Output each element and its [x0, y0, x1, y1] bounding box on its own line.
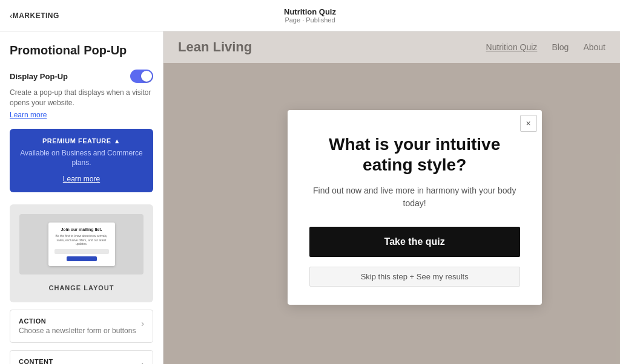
popup-modal: × What is your intuitive eating style? F…: [288, 110, 542, 305]
change-layout-button[interactable]: CHANGE LAYOUT: [19, 282, 143, 291]
page-info: Nutrition Quiz Page · Published: [284, 7, 336, 24]
star-icon: ▲: [114, 137, 120, 145]
mini-popup-title: Join our mailing list.: [54, 227, 109, 232]
premium-learn-more-link[interactable]: Learn more: [63, 175, 100, 183]
mini-popup-text: Be the first to know about new arrivals,…: [54, 234, 109, 246]
toggle-knob: [141, 71, 152, 82]
content-section[interactable]: CONTENT Add a headline and text ›: [10, 350, 153, 364]
display-popup-toggle[interactable]: [130, 70, 153, 83]
mini-popup-button-preview: [67, 256, 97, 261]
back-label[interactable]: MARKETING: [13, 11, 59, 20]
content-chevron-icon: ›: [141, 359, 144, 364]
action-section-desc: Choose a newsletter form or buttons: [19, 327, 136, 335]
mini-popup-input-preview: [54, 249, 109, 254]
action-section-content: ACTION Choose a newsletter form or butto…: [19, 317, 136, 335]
layout-preview-container: Join our mailing list. Be the first to k…: [10, 204, 153, 302]
content-section-content: CONTENT Add a headline and text: [19, 358, 95, 364]
layout-preview-inner: Join our mailing list. Be the first to k…: [19, 214, 143, 275]
premium-banner-title: PREMIUM FEATURE ▲: [19, 137, 143, 145]
mini-popup-preview: Join our mailing list. Be the first to k…: [48, 223, 115, 266]
premium-banner-desc: Available on Business and Commerce plans…: [19, 148, 143, 169]
main-layout: Promotional Pop-Up Display Pop-Up Create…: [0, 31, 620, 364]
popup-close-button[interactable]: ×: [520, 115, 537, 132]
action-section-title: ACTION: [19, 317, 136, 325]
sidebar-title: Promotional Pop-Up: [10, 44, 153, 57]
popup-heading: What is your intuitive eating style?: [309, 134, 520, 175]
page-subtitle: Page · Published: [284, 16, 336, 24]
display-popup-description: Create a pop-up that displays when a vis…: [10, 88, 153, 108]
page-title: Nutrition Quiz: [284, 7, 336, 16]
sidebar: Promotional Pop-Up Display Pop-Up Create…: [0, 31, 163, 364]
popup-subtext: Find out now and live more in harmony wi…: [309, 184, 520, 210]
popup-cta-button[interactable]: Take the quiz: [309, 227, 520, 257]
action-section[interactable]: ACTION Choose a newsletter form or butto…: [10, 310, 153, 343]
display-popup-label: Display Pop-Up: [10, 72, 68, 81]
premium-banner: PREMIUM FEATURE ▲ Available on Business …: [10, 129, 153, 193]
content-section-title: CONTENT: [19, 358, 95, 364]
preview-area: Lean Living Nutrition Quiz Blog About × …: [163, 31, 620, 364]
top-bar: ‹ MARKETING Nutrition Quiz Page · Publis…: [0, 0, 620, 31]
back-navigation[interactable]: ‹ MARKETING: [0, 11, 59, 21]
popup-skip-link[interactable]: Skip this step + See my results: [309, 267, 520, 287]
action-chevron-icon: ›: [141, 319, 144, 328]
learn-more-link[interactable]: Learn more: [10, 111, 153, 119]
display-popup-row: Display Pop-Up: [10, 70, 153, 83]
